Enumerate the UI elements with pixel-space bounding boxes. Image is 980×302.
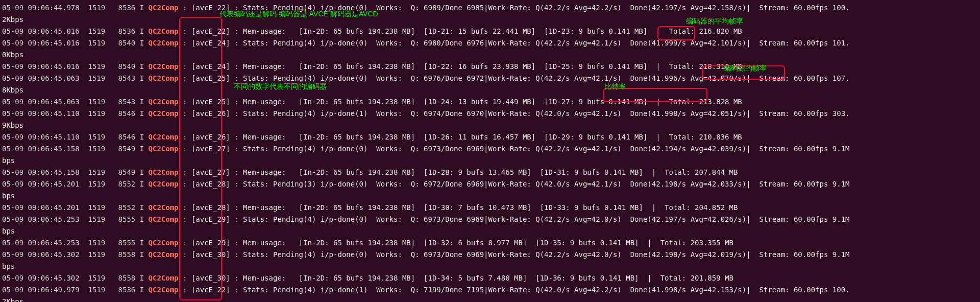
log-component: QC2Comp [149,39,179,47]
log-continuation: bps [2,227,15,235]
log-component: QC2Comp [149,239,179,247]
log-sep: : [179,168,191,176]
terminal-log: 05-09 09:06:44.978 1519 8536 I QC2Comp :… [0,0,980,302]
log-component: QC2Comp [149,109,179,118]
log-sep: : [179,74,191,82]
log-component: QC2Comp [149,286,179,294]
log-sep: : [179,133,191,141]
log-continuation: 0Kbps [2,51,23,59]
log-sep2: : [234,98,243,106]
log-timestamp: 05-09 09:06:45.063 [2,98,80,106]
log-encoder-tag: [avcE_28] [191,203,234,212]
log-pids: 1519 8536 I [80,27,149,35]
log-message: Mem-usage: [In-2D: 65 bufs 194.238 MB] [… [243,203,738,212]
log-encoder-tag: [avcE_26] [191,133,234,141]
log-timestamp: 05-09 09:06:45.158 [2,168,80,176]
log-encoder-tag: [avcE_24] [191,39,234,47]
log-line: 05-09 09:06:45.253 1519 8555 I QC2Comp :… [2,214,978,225]
log-pids: 1519 8546 I [80,109,149,118]
log-line: 05-09 09:06:45.158 1519 8549 I QC2Comp :… [2,167,978,178]
log-line: 05-09 09:06:49.979 1519 8536 I QC2Comp :… [2,284,978,296]
log-timestamp: 05-09 09:06:45.110 [2,109,80,118]
log-encoder-tag: [avcE_25] [191,98,234,106]
log-sep2: : [234,39,243,47]
log-component: QC2Comp [149,4,179,12]
log-component: QC2Comp [149,203,179,212]
log-message: Stats: Pending(4) i/p-done(0) Works: Q: … [243,250,849,259]
log-component: QC2Comp [149,274,179,282]
log-pids: 1519 8555 I [80,215,149,223]
log-line: 05-09 09:06:45.110 1519 8546 I QC2Comp :… [2,108,978,120]
log-line: bps [2,225,978,237]
log-encoder-tag: [avcE_22] [191,286,234,294]
log-sep: : [179,203,191,212]
log-encoder-tag: [avcE_29] [191,239,234,247]
log-continuation: bps [2,262,15,270]
log-message: Stats: Pending(4) i/p-done(1) Works: Q: … [243,286,849,294]
log-pids: 1519 8546 I [80,133,149,141]
log-pids: 1519 8555 I [80,239,149,247]
log-line: 2Kbps [2,14,978,26]
log-pids: 1519 8543 I [80,98,149,106]
log-sep: : [179,62,191,71]
log-sep2: : [234,215,243,223]
log-line: 05-09 09:06:45.253 1519 8555 I QC2Comp :… [2,237,978,249]
log-message: Stats: Pending(4) i/p-done(0) Works: Q: … [243,74,849,82]
log-message: Stats: Pending(4) i/p-done(1) Works: Q: … [243,109,849,118]
log-line: 9Kbps [2,120,978,131]
log-component: QC2Comp [149,180,179,188]
log-sep: : [179,274,191,282]
log-continuation: bps [2,192,15,200]
log-timestamp: 05-09 09:06:45.158 [2,145,80,153]
log-line: 05-09 09:06:45.302 1519 8558 I QC2Comp :… [2,272,978,284]
log-encoder-tag: [avcE_25] [191,74,234,82]
log-sep: : [179,109,191,118]
log-timestamp: 05-09 09:06:45.253 [2,215,80,223]
log-component: QC2Comp [149,98,179,106]
log-encoder-tag: [avcE_27] [191,168,234,176]
note-source-fps: 编码源的帧率 [724,62,767,74]
log-component: QC2Comp [149,250,179,259]
log-sep: : [179,27,191,35]
log-line: bps [2,155,978,167]
log-encoder-tag: [avcE_27] [191,145,234,153]
log-sep: : [179,145,191,153]
log-encoder-tag: [avcE_30] [191,250,234,259]
log-sep: : [179,239,191,247]
log-line: bps [2,261,978,272]
log-continuation: bps [2,156,15,165]
log-component: QC2Comp [149,27,179,35]
log-pids: 1519 8558 I [80,250,149,259]
log-encoder-tag: [avcE_28] [191,180,234,188]
log-line: 05-09 09:06:45.063 1519 8543 I QC2Comp :… [2,96,978,108]
log-line: 0Kbps [2,49,978,61]
log-line: 05-09 09:06:45.201 1519 8552 I QC2Comp :… [2,178,978,190]
log-message: Mem-usage: [In-2D: 65 bufs 194.238 MB] [… [243,133,742,141]
log-sep2: : [234,180,243,188]
log-encoder-tag: [avcE_22] [191,27,234,35]
log-sep2: : [234,133,243,141]
log-message: Mem-usage: [In-2D: 65 bufs 194.238 MB] [… [243,62,742,71]
log-timestamp: 05-09 09:06:49.979 [2,286,80,294]
log-timestamp: 05-09 09:06:45.016 [2,27,80,35]
log-timestamp: 05-09 09:06:45.302 [2,250,80,259]
log-pids: 1519 8540 I [80,62,149,71]
log-encoder-tag: [avcE_29] [191,215,234,223]
log-sep: : [179,4,191,12]
log-message: Mem-usage: [In-2D: 65 bufs 194.238 MB] [… [243,27,742,35]
log-line: 05-09 09:06:45.016 1519 8536 I QC2Comp :… [2,26,978,37]
log-sep2: : [234,250,243,259]
log-timestamp: 05-09 09:06:45.201 [2,203,80,212]
log-pids: 1519 8549 I [80,145,149,153]
note-bitrate: 比特率 [604,81,626,92]
log-continuation: 9Kbps [2,121,23,129]
log-message: Stats: Pending(4) i/p-done(0) Works: Q: … [243,39,849,47]
log-message: Mem-usage: [In-2D: 65 bufs 194.238 MB] [… [243,98,742,106]
log-sep: : [179,98,191,106]
log-pids: 1519 8543 I [80,74,149,82]
log-line: 2Kbps [2,296,978,302]
log-encoder-tag: [avcE_24] [191,62,234,71]
log-encoder-tag: [avcE_26] [191,109,234,118]
log-line: 05-09 09:06:45.201 1519 8552 I QC2Comp :… [2,202,978,214]
log-sep: : [179,215,191,223]
